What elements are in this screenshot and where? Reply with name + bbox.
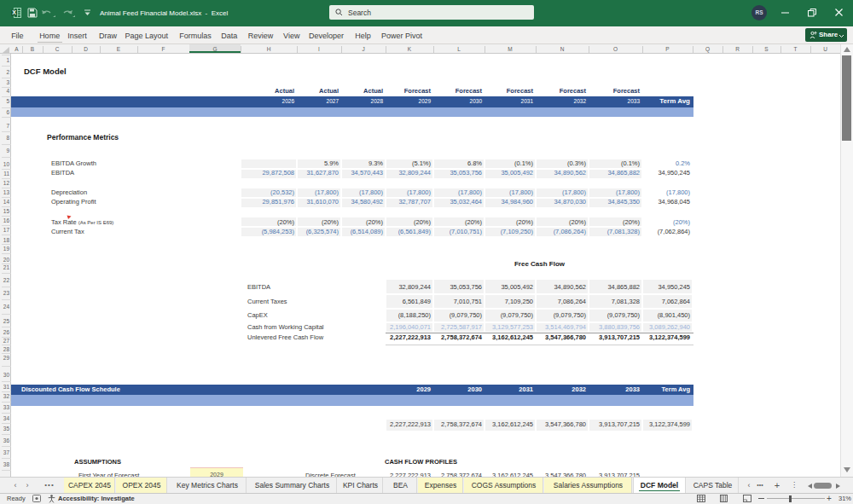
svg-text:X: X: [12, 9, 16, 15]
